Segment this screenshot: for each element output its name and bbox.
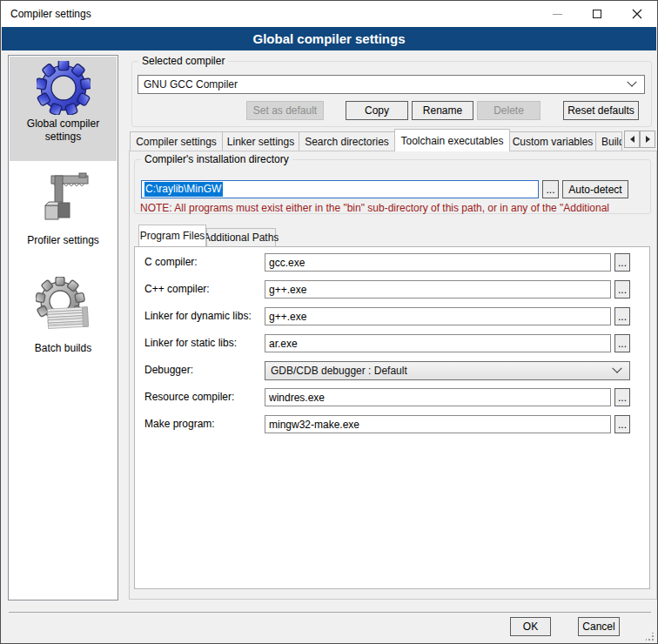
window-title: Compiler settings	[10, 8, 91, 20]
debugger-label: Debugger:	[144, 364, 193, 376]
sidebar-item-global-compiler-settings[interactable]: Global compiler settings	[10, 57, 117, 161]
static-linker-label: Linker for static libs:	[144, 337, 237, 349]
tab-search-directories[interactable]: Search directories	[299, 131, 395, 151]
page-title: Global compiler settings	[252, 31, 405, 46]
set-as-default-button[interactable]: Set as default	[246, 101, 324, 120]
banner: Global compiler settings	[2, 27, 656, 50]
titlebar: Compiler settings	[1, 1, 657, 27]
sidebar: Global compiler settings Profiler settin…	[8, 55, 118, 600]
sidebar-item-label: Profiler settings	[10, 234, 117, 247]
copy-button[interactable]: Copy	[346, 101, 408, 120]
left-arrow-icon	[630, 136, 634, 143]
make-program-label: Make program:	[144, 418, 215, 430]
tab-compiler-settings[interactable]: Compiler settings	[130, 131, 223, 151]
selected-compiler-legend: Selected compiler	[138, 55, 228, 67]
maximize-button[interactable]	[577, 1, 617, 27]
dynamic-linker-input[interactable]	[265, 307, 611, 325]
rename-button[interactable]: Rename	[412, 101, 473, 120]
static-linker-input[interactable]	[265, 334, 611, 352]
compiler-settings-dialog: Compiler settings Global compiler settin…	[0, 0, 658, 644]
c-compiler-input[interactable]	[265, 253, 611, 272]
chevron-down-icon	[612, 364, 621, 373]
close-button[interactable]	[617, 1, 657, 27]
debugger-select[interactable]: GDB/CDB debugger : Default	[265, 361, 630, 380]
dynamic-linker-label: Linker for dynamic libs:	[144, 310, 252, 322]
right-arrow-icon	[646, 136, 650, 143]
tab-toolchain-executables[interactable]: Toolchain executables	[394, 129, 510, 151]
blue-gear-icon	[37, 61, 91, 115]
sidebar-item-profiler-settings[interactable]: Profiler settings	[10, 167, 117, 247]
tab-build-options[interactable]: Build options	[595, 131, 622, 151]
browse-directory-button[interactable]: ...	[542, 180, 559, 198]
tab-scroll-left-button[interactable]	[624, 131, 640, 148]
reset-defaults-button[interactable]: Reset defaults	[563, 101, 639, 120]
sidebar-item-batch-builds[interactable]: Batch builds	[10, 273, 117, 355]
installation-directory-input[interactable]: C:\raylib\MinGW	[141, 180, 539, 198]
chevron-down-icon	[627, 77, 636, 87]
sidebar-item-label: Global compiler settings	[22, 117, 105, 144]
selected-text: C:\raylib\MinGW	[144, 182, 223, 197]
c-compiler-label: C compiler:	[144, 256, 198, 268]
cpp-compiler-label: C++ compiler:	[144, 283, 210, 295]
ok-button[interactable]: OK	[510, 617, 551, 636]
resource-compiler-input[interactable]	[265, 388, 611, 406]
minimize-icon	[553, 14, 562, 15]
resource-compiler-label: Resource compiler:	[144, 391, 234, 403]
dynamic-linker-browse-button[interactable]: ...	[614, 307, 630, 325]
auto-detect-button[interactable]: Auto-detect	[562, 180, 628, 198]
compiler-select[interactable]: GNU GCC Compiler	[138, 75, 645, 94]
caliper-icon	[36, 171, 91, 231]
close-icon	[632, 9, 642, 19]
installation-directory-legend: Compiler's installation directory	[141, 153, 292, 165]
compiler-select-value: GNU GCC Compiler	[138, 78, 628, 91]
resize-grip[interactable]	[646, 633, 654, 641]
cpp-compiler-input[interactable]	[265, 280, 611, 299]
tab-custom-variables[interactable]: Custom variables	[509, 131, 596, 151]
sidebar-item-label: Batch builds	[10, 342, 117, 355]
tab-linker-settings[interactable]: Linker settings	[222, 131, 299, 151]
note-text: NOTE: All programs must exist either in …	[140, 202, 650, 214]
c-compiler-browse-button[interactable]: ...	[614, 253, 630, 272]
minimize-button[interactable]	[537, 1, 577, 27]
make-program-browse-button[interactable]: ...	[614, 415, 630, 433]
cpp-compiler-browse-button[interactable]: ...	[614, 280, 630, 299]
subtab-program-files[interactable]: Program Files	[138, 225, 206, 246]
debugger-select-value: GDB/CDB debugger : Default	[265, 365, 614, 377]
static-linker-browse-button[interactable]: ...	[614, 334, 630, 352]
maximize-icon	[593, 10, 601, 18]
tab-scroll-right-button[interactable]	[640, 131, 655, 148]
footer-divider	[9, 612, 651, 613]
resource-compiler-browse-button[interactable]: ...	[614, 388, 630, 406]
make-program-input[interactable]	[265, 415, 611, 433]
gear-stack-icon	[36, 277, 91, 339]
cancel-button[interactable]: Cancel	[578, 617, 620, 636]
delete-button[interactable]: Delete	[477, 101, 540, 120]
subtab-additional-paths[interactable]: Additional Paths	[206, 228, 276, 247]
